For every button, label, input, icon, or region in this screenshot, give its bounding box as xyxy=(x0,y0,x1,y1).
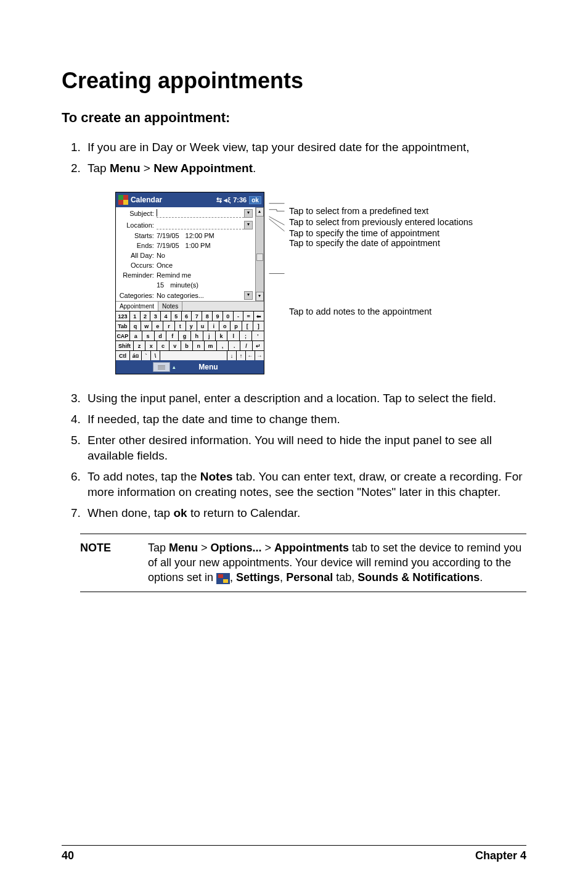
key[interactable]: b xyxy=(181,341,193,350)
soft-keyboard[interactable]: 123 1 2 3 4 5 6 7 8 9 0 - = ⬅ xyxy=(116,311,264,360)
categories-dropdown-icon[interactable]: ▾ xyxy=(244,291,253,300)
key-left[interactable]: ← xyxy=(246,351,255,360)
key[interactable]: i xyxy=(208,321,219,331)
key[interactable]: q xyxy=(130,321,141,331)
key[interactable]: h xyxy=(191,331,203,340)
sip-arrow-icon[interactable]: ▴ xyxy=(173,364,176,370)
key[interactable]: t xyxy=(175,321,186,331)
subject-dropdown-icon[interactable]: ▾ xyxy=(244,209,253,218)
key[interactable]: 4 xyxy=(161,311,171,321)
tab-appointment[interactable]: Appointment xyxy=(116,302,158,311)
starts-date[interactable]: 7/19/05 xyxy=(157,232,179,239)
location-label: Location: xyxy=(118,221,154,229)
start-icon[interactable] xyxy=(118,195,128,205)
key[interactable]: z xyxy=(134,341,145,350)
categories-value[interactable]: No categories... xyxy=(157,292,204,299)
key-space[interactable] xyxy=(160,351,227,360)
scroll-up-icon[interactable]: ▴ xyxy=(256,207,264,217)
key[interactable]: 2 xyxy=(141,311,151,321)
scrollbar[interactable]: ▴ ▾ xyxy=(255,207,264,301)
categories-label: Categories: xyxy=(118,292,154,299)
key-accent[interactable]: áü xyxy=(130,351,142,360)
note-box: NOTE Tap Menu > Options... > Appointment… xyxy=(80,534,526,592)
key-right[interactable]: → xyxy=(255,351,264,360)
key[interactable]: x xyxy=(145,341,157,350)
allday-label: All Day: xyxy=(118,252,154,259)
key-down[interactable]: ↓ xyxy=(227,351,237,360)
key[interactable]: j xyxy=(203,331,216,340)
key[interactable]: 3 xyxy=(150,311,161,321)
key[interactable]: d xyxy=(155,331,167,340)
key-shift[interactable]: Shift xyxy=(116,341,134,350)
scroll-thumb[interactable] xyxy=(256,254,263,261)
key-backspace[interactable]: ⬅ xyxy=(254,311,264,321)
key-123[interactable]: 123 xyxy=(116,311,130,321)
key[interactable]: 6 xyxy=(182,311,192,321)
key[interactable]: ` xyxy=(142,351,151,360)
key[interactable]: n xyxy=(193,341,205,350)
key-cap[interactable]: CAP xyxy=(116,331,130,340)
key[interactable]: c xyxy=(157,341,169,350)
annotation-location: Tap to select from previously entered lo… xyxy=(289,217,473,227)
menu-softkey[interactable]: Menu xyxy=(198,363,218,371)
reminder-value[interactable]: Remind me xyxy=(157,271,191,279)
key[interactable]: . xyxy=(229,341,240,350)
ends-date[interactable]: 7/19/05 xyxy=(157,242,179,249)
key[interactable]: 0 xyxy=(223,311,234,321)
step-1: If you are in Day or Week view, tap your… xyxy=(84,139,526,155)
ok-button[interactable]: ok xyxy=(249,196,261,204)
tab-notes[interactable]: Notes xyxy=(158,302,182,311)
key[interactable]: o xyxy=(219,321,231,331)
key[interactable]: y xyxy=(186,321,197,331)
key-up[interactable]: ↑ xyxy=(237,351,246,360)
key[interactable]: 9 xyxy=(213,311,223,321)
figure: Calendar ⇆ ◂ξ 7:36 ok Subject: ▾ Locatio… xyxy=(62,192,526,374)
occurs-label: Occurs: xyxy=(118,262,154,269)
occurs-value[interactable]: Once xyxy=(157,262,173,269)
starts-time[interactable]: 12:00 PM xyxy=(186,232,214,239)
key[interactable]: 8 xyxy=(202,311,213,321)
reminder-unit[interactable]: minute(s) xyxy=(170,281,198,289)
key[interactable]: l xyxy=(227,331,240,340)
allday-value[interactable]: No xyxy=(157,252,165,259)
key[interactable]: 1 xyxy=(130,311,141,321)
location-input[interactable] xyxy=(157,220,244,229)
key[interactable]: p xyxy=(231,321,242,331)
annotation-subject: Tap to select from a predefined text xyxy=(289,206,473,216)
keyboard-toggle-icon[interactable] xyxy=(153,362,170,372)
key[interactable]: [ xyxy=(242,321,253,331)
key-ctl[interactable]: Ctl xyxy=(116,351,130,360)
key[interactable]: w xyxy=(141,321,152,331)
key[interactable]: m xyxy=(205,341,216,350)
key[interactable]: s xyxy=(142,331,155,340)
key[interactable]: e xyxy=(152,321,163,331)
key[interactable]: v xyxy=(169,341,181,350)
key[interactable]: g xyxy=(179,331,191,340)
key[interactable]: - xyxy=(234,311,244,321)
clock: 7:36 xyxy=(233,196,247,204)
step-4: If needed, tap the date and time to chan… xyxy=(84,411,526,427)
key[interactable]: , xyxy=(217,341,229,350)
ends-time[interactable]: 1:00 PM xyxy=(186,242,211,249)
key-tab[interactable]: Tab xyxy=(116,321,130,331)
reminder-number[interactable]: 15 xyxy=(157,281,164,289)
key[interactable]: ; xyxy=(240,331,252,340)
key[interactable]: \ xyxy=(151,351,160,360)
key-enter[interactable]: ↵ xyxy=(253,341,264,350)
key[interactable]: ] xyxy=(253,321,264,331)
subject-input[interactable] xyxy=(157,208,244,218)
location-dropdown-icon[interactable]: ▾ xyxy=(244,221,253,229)
key[interactable]: / xyxy=(240,341,252,350)
key[interactable]: a xyxy=(130,331,142,340)
page-number: 40 xyxy=(62,849,74,862)
key[interactable]: f xyxy=(166,331,179,340)
scroll-down-icon[interactable]: ▾ xyxy=(256,292,264,301)
key[interactable]: = xyxy=(243,311,254,321)
key[interactable]: ' xyxy=(252,331,264,340)
key[interactable]: k xyxy=(216,331,228,340)
steps-list-a: If you are in Day or Week view, tap your… xyxy=(62,139,526,176)
key[interactable]: u xyxy=(197,321,208,331)
key[interactable]: 7 xyxy=(192,311,202,321)
key[interactable]: 5 xyxy=(171,311,182,321)
key[interactable]: r xyxy=(163,321,174,331)
